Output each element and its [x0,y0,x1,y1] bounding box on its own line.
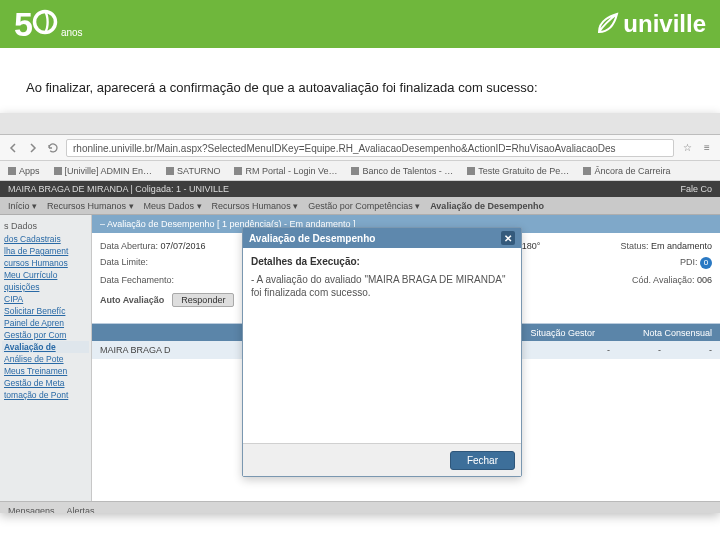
sidebar-item[interactable]: Meu Currículo [2,269,89,281]
sidebar-item[interactable]: tomação de Pont [2,389,89,401]
modal-title: Avaliação de Desempenho [249,233,375,244]
favicon-icon [54,167,62,175]
menu-icon[interactable]: ≡ [700,141,714,155]
bookmark-label: SATURNO [177,166,220,176]
auto-avaliacao-label: Auto Avaliação [100,295,164,305]
row-sit: - [658,345,661,355]
bookmark-item[interactable]: Âncora de Carreira [583,166,670,176]
sidebar: s Dados dos Cadastrais lha de Pagament c… [0,215,92,501]
bookmark-item[interactable]: SATURNO [166,166,220,176]
app-title-bar: MAIRA BRAGA DE MIRANDA | Coligada: 1 - U… [0,181,720,197]
app-title-right[interactable]: Fale Co [680,184,712,194]
app-top-nav: Início ▾ Recursos Humanos ▾ Meus Dados ▾… [0,197,720,215]
col-situacao-gestor: Situação Gestor [530,328,595,338]
brand-univille: univille [595,10,706,38]
favicon-icon [166,167,174,175]
cod-avaliacao-label: Cód. Avaliação: [632,275,694,285]
sidebar-item[interactable]: Gestão por Com [2,329,89,341]
leaf-icon [595,12,619,36]
nav-meus-dados[interactable]: Meus Dados ▾ [144,201,202,211]
sidebar-item[interactable]: cursos Humanos [2,257,89,269]
tab-alertas[interactable]: Alertas [67,506,95,514]
slide-caption: Ao finalizar, aparecerá a confirmação de… [0,56,720,105]
sidebar-item[interactable]: Meus Treinamen [2,365,89,377]
bookmark-item[interactable]: Banco de Talentos - … [351,166,453,176]
tab-mensagens[interactable]: Mensagens [8,506,55,514]
pdi-badge[interactable]: 0 [700,257,712,269]
bookmark-item[interactable]: [Univille] ADMIN En… [54,166,153,176]
tipo-value: 180° [522,241,541,251]
row-nota: - [607,345,610,355]
modal-message: - A avaliação do avaliado "MAIRA BRAGA D… [251,273,513,299]
back-icon[interactable] [6,141,20,155]
sidebar-header: s Dados [2,219,89,233]
apps-button[interactable]: Apps [8,166,40,176]
bookmarks-bar: Apps [Univille] ADMIN En… SATURNO RM Por… [0,161,720,181]
responder-button[interactable]: Responder [172,293,234,307]
star-icon[interactable]: ☆ [680,141,694,155]
row-cons: - [709,345,712,355]
col-nota-consensual: Nota Consensual [643,328,712,338]
sidebar-item[interactable]: lha de Pagament [2,245,89,257]
logo-50-anos: 5 anos [14,5,83,44]
browser-toolbar: rhonline.univille.br/Main.aspx?SelectedM… [0,135,720,161]
nav-inicio[interactable]: Início ▾ [8,201,37,211]
data-abertura-label: Data Abertura: [100,241,158,251]
favicon-icon [351,167,359,175]
browser-tabstrip [0,113,720,135]
favicon-icon [583,167,591,175]
bookmark-item[interactable]: RM Portal - Login Ve… [234,166,337,176]
nav-gestao[interactable]: Gestão por Competências ▾ [308,201,420,211]
bookmark-label: Âncora de Carreira [594,166,670,176]
brand-text: univille [623,10,706,38]
logo-zero-leaf-icon [31,8,59,36]
favicon-icon [234,167,242,175]
bookmark-label: Teste Gratuito de Pe… [478,166,569,176]
bookmark-item[interactable]: Teste Gratuito de Pe… [467,166,569,176]
address-bar[interactable]: rhonline.univille.br/Main.aspx?SelectedM… [66,139,674,157]
modal-footer: Fechar [243,443,521,476]
sidebar-item[interactable]: quisições [2,281,89,293]
app-title-left: MAIRA BRAGA DE MIRANDA | Coligada: 1 - U… [8,184,229,194]
data-abertura-value: 07/07/2016 [161,241,206,251]
nav-rh2[interactable]: Recursos Humanos ▾ [212,201,299,211]
bookmark-label: Banco de Talentos - … [362,166,453,176]
favicon-icon [467,167,475,175]
sidebar-item[interactable]: Gestão de Meta [2,377,89,389]
data-fechamento-label: Data Fechamento: [100,275,174,285]
nav-avaliacao[interactable]: Avaliação de Desempenho [430,201,544,211]
sidebar-item[interactable]: CIPA [2,293,89,305]
modal-header: Avaliação de Desempenho ✕ [243,228,521,248]
nav-rh[interactable]: Recursos Humanos ▾ [47,201,134,211]
logo-anos-text: anos [61,27,83,38]
confirmation-modal: Avaliação de Desempenho ✕ Detalhes da Ex… [242,227,522,477]
browser-screenshot: rhonline.univille.br/Main.aspx?SelectedM… [0,113,720,513]
apps-icon [8,167,16,175]
fechar-button[interactable]: Fechar [450,451,515,470]
modal-body: Detalhes da Execução: - A avaliação do a… [243,248,521,443]
sidebar-item[interactable]: Painel de Apren [2,317,89,329]
svg-point-0 [34,11,55,32]
status-label: Status: [620,241,648,251]
sidebar-item-active[interactable]: Avaliação de [2,341,89,353]
sidebar-item[interactable]: Solicitar Benefíc [2,305,89,317]
slide-header-banner: 5 anos univille [0,0,720,56]
apps-label: Apps [19,166,40,176]
sidebar-item[interactable]: Análise de Pote [2,353,89,365]
reload-icon[interactable] [46,141,60,155]
modal-subtitle: Detalhes da Execução: [251,256,513,267]
bookmark-label: RM Portal - Login Ve… [245,166,337,176]
app-body: s Dados dos Cadastrais lha de Pagament c… [0,215,720,501]
bookmark-label: [Univille] ADMIN En… [65,166,153,176]
data-limite-label: Data Limite: [100,257,148,269]
pdi-label: PDI: [680,257,698,267]
status-value: Em andamento [651,241,712,251]
app-bottom-tabs: Mensagens Alertas [0,501,720,513]
close-icon[interactable]: ✕ [501,231,515,245]
sidebar-item[interactable]: dos Cadastrais [2,233,89,245]
forward-icon[interactable] [26,141,40,155]
cod-avaliacao-value: 006 [697,275,712,285]
content-panel: – Avaliação de Desempenho [ 1 pendência(… [92,215,720,501]
logo-five: 5 [14,5,31,44]
